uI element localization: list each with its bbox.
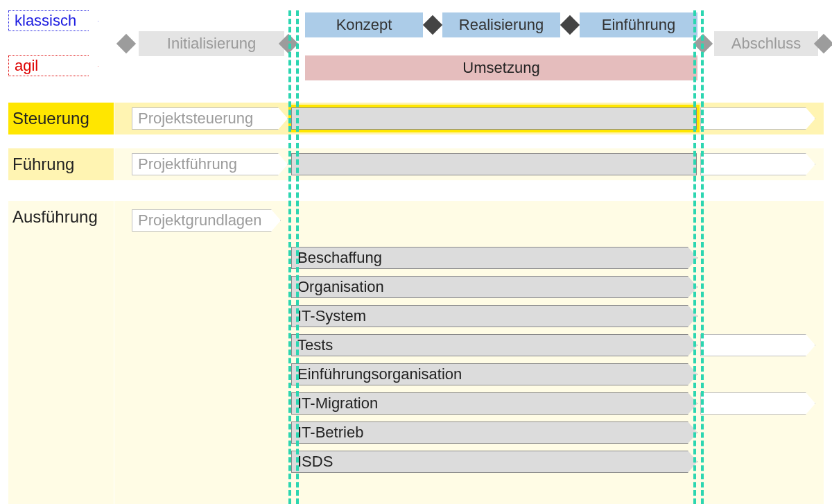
hermes-scenario-diagram: klassisch agil Initialisierung Konzept R… xyxy=(0,0,832,504)
module-it-migration[interactable]: IT-Migration xyxy=(291,392,697,415)
module-it-system[interactable]: IT-System xyxy=(291,305,697,327)
milestone-icon xyxy=(560,15,580,35)
milestone-icon xyxy=(116,34,136,53)
row-label-ausfuehrung: Ausführung xyxy=(8,201,114,504)
module-projektgrundlagen[interactable]: Projektgrundlagen xyxy=(132,209,281,232)
phase-initialisierung[interactable]: Initialisierung xyxy=(139,31,284,56)
module-projektfuehrung-end[interactable] xyxy=(700,153,815,175)
row-label-fuehrung: Führung xyxy=(8,148,114,180)
phase-divider-right-inner xyxy=(693,10,696,504)
module-einfuehrungsorganisation[interactable]: Einführungsorganisation xyxy=(291,363,697,385)
module-it-migration-end[interactable] xyxy=(700,392,815,415)
legend-klassisch[interactable]: klassisch xyxy=(8,10,98,31)
phase-divider-left-outer xyxy=(288,10,291,504)
phase-konzept[interactable]: Konzept xyxy=(305,12,423,37)
module-organisation[interactable]: Organisation xyxy=(291,276,697,298)
module-projektfuehrung-mid[interactable] xyxy=(291,153,697,175)
phase-divider-right-outer xyxy=(701,10,704,504)
module-projektfuehrung-init[interactable]: Projektführung xyxy=(132,153,288,175)
module-it-betrieb[interactable]: IT-Betrieb xyxy=(291,422,697,444)
module-isds[interactable]: ISDS xyxy=(291,451,697,473)
module-tests[interactable]: Tests xyxy=(291,334,697,356)
phase-abschluss[interactable]: Abschluss xyxy=(714,31,818,56)
phase-umsetzung[interactable]: Umsetzung xyxy=(305,55,697,80)
legend-agil[interactable]: agil xyxy=(8,55,98,76)
row-label-steuerung: Steuerung xyxy=(8,103,114,134)
phase-realisierung[interactable]: Realisierung xyxy=(442,12,560,37)
module-tests-end[interactable] xyxy=(700,334,815,356)
phase-einfuehrung[interactable]: Einführung xyxy=(580,12,697,37)
milestone-icon xyxy=(423,15,442,35)
module-projektsteuerung-mid[interactable] xyxy=(291,107,697,130)
phase-divider-left-inner xyxy=(296,10,299,504)
module-beschaffung[interactable]: Beschaffung xyxy=(291,247,697,269)
module-projektsteuerung-init[interactable]: Projektsteuerung xyxy=(132,107,288,130)
module-projektsteuerung-end[interactable] xyxy=(700,107,815,130)
